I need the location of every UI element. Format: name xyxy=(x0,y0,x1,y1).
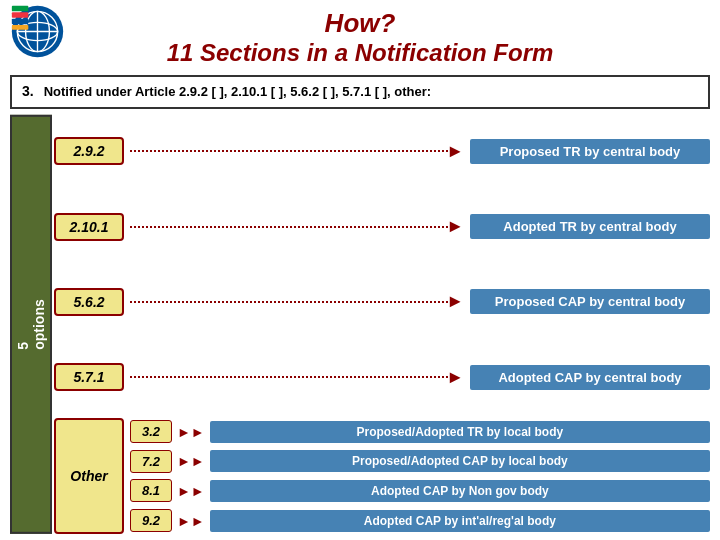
sub-code-2: 7.2 xyxy=(130,450,172,473)
options-count: 5options xyxy=(15,299,47,350)
section3-text: Notified under Article 2.9.2 [ ], 2.10.1… xyxy=(44,83,431,101)
sub-rows-column: 3.2 ►► Proposed/Adopted TR by local body… xyxy=(130,418,710,534)
sub-arrow-2: ►► xyxy=(177,453,205,469)
rows-column: 2.9.2 ► Proposed TR by central body 2.10… xyxy=(54,115,710,534)
wto-logo xyxy=(10,4,65,59)
arrowhead-3: ► xyxy=(446,291,464,312)
other-section: Other 3.2 ►► Proposed/Adopted TR by loca… xyxy=(54,418,710,534)
arrowhead-1: ► xyxy=(446,141,464,162)
svg-rect-9 xyxy=(12,25,29,30)
result-box-4: Adopted CAP by central body xyxy=(470,365,710,390)
five-options-label: 5options xyxy=(10,115,52,534)
arrowhead-4: ► xyxy=(446,367,464,388)
main-content: 3. Notified under Article 2.9.2 [ ], 2.1… xyxy=(0,71,720,540)
sub-result-3: Adopted CAP by Non gov body xyxy=(210,480,710,502)
option-row-4: 5.7.1 ► Adopted CAP by central body xyxy=(54,341,710,413)
section3-box: 3. Notified under Article 2.9.2 [ ], 2.1… xyxy=(10,75,710,109)
sub-result-2: Proposed/Adopted CAP by local body xyxy=(210,450,710,472)
option-row-3: 5.6.2 ► Proposed CAP by central body xyxy=(54,266,710,338)
page: How? 11 Sections in a Notification Form … xyxy=(0,0,720,540)
title-line2: 11 Sections in a Notification Form xyxy=(167,39,554,67)
arrow-3: ► xyxy=(130,291,464,312)
header-title: How? 11 Sections in a Notification Form xyxy=(167,8,554,67)
sub-code-1: 3.2 xyxy=(130,420,172,443)
result-box-3: Proposed CAP by central body xyxy=(470,289,710,314)
other-label-box: Other xyxy=(54,418,124,534)
result-box-1: Proposed TR by central body xyxy=(470,139,710,164)
section3-number: 3. xyxy=(22,83,34,99)
arrow-1: ► xyxy=(130,141,464,162)
sub-result-4: Adopted CAP by int'al/reg'al body xyxy=(210,510,710,532)
sub-row-4: 9.2 ►► Adopted CAP by int'al/reg'al body xyxy=(130,507,710,534)
sub-arrow-1: ►► xyxy=(177,424,205,440)
sub-row-2: 7.2 ►► Proposed/Adopted CAP by local bod… xyxy=(130,448,710,475)
arrowhead-2: ► xyxy=(446,216,464,237)
result-box-2: Adopted TR by central body xyxy=(470,214,710,239)
code-box-2: 2.10.1 xyxy=(54,213,124,241)
sub-arrow-4: ►► xyxy=(177,513,205,529)
options-area: 5options 2.9.2 ► Proposed TR by central … xyxy=(10,115,710,534)
svg-rect-8 xyxy=(12,19,29,24)
code-box-4: 5.7.1 xyxy=(54,363,124,391)
arrow-2: ► xyxy=(130,216,464,237)
arrow-4: ► xyxy=(130,367,464,388)
option-row-1: 2.9.2 ► Proposed TR by central body xyxy=(54,115,710,187)
sub-row-3: 8.1 ►► Adopted CAP by Non gov body xyxy=(130,478,710,505)
title-line1: How? xyxy=(167,8,554,39)
sub-result-1: Proposed/Adopted TR by local body xyxy=(210,421,710,443)
svg-rect-6 xyxy=(12,6,29,12)
svg-rect-7 xyxy=(12,12,29,18)
sub-code-3: 8.1 xyxy=(130,479,172,502)
sub-row-1: 3.2 ►► Proposed/Adopted TR by local body xyxy=(130,418,710,445)
sub-code-4: 9.2 xyxy=(130,509,172,532)
sub-arrow-3: ►► xyxy=(177,483,205,499)
code-box-3: 5.6.2 xyxy=(54,288,124,316)
option-row-2: 2.10.1 ► Adopted TR by central body xyxy=(54,190,710,262)
header: How? 11 Sections in a Notification Form xyxy=(0,0,720,71)
code-box-1: 2.9.2 xyxy=(54,137,124,165)
